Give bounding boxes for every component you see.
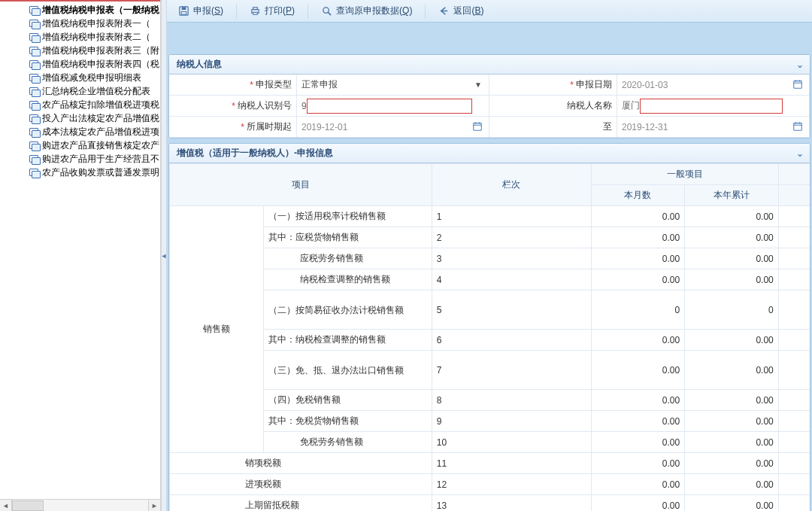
scroll-thumb[interactable]	[12, 500, 44, 511]
num-cell[interactable]: 0.00	[778, 227, 810, 248]
tree-item[interactable]: 增值税纳税申报表附表二（	[0, 30, 160, 44]
num-cell[interactable]: 0.00	[685, 330, 779, 351]
tree-item[interactable]: 购进农产品直接销售核定农产	[0, 138, 160, 152]
num-cell[interactable]: 0.00	[591, 206, 685, 227]
calendar-icon[interactable]	[472, 121, 484, 133]
scroll-track[interactable]	[12, 500, 148, 512]
tree-item[interactable]: 汇总纳税企业增值税分配表	[0, 84, 160, 98]
taxpayer-id-input[interactable]	[307, 99, 472, 114]
tree-item[interactable]: 农产品核定扣除增值税进项税	[0, 98, 160, 111]
vat-panel-head[interactable]: 增值税（适用于一般纳税人）-申报信息 ⌄	[169, 144, 810, 163]
num-cell[interactable]: 0.00	[685, 269, 779, 290]
num-cell[interactable]: 0	[685, 290, 779, 330]
declare-label: 申报(S)	[193, 5, 223, 17]
print-button[interactable]: 打印(P)	[243, 3, 301, 20]
type-combo[interactable]: 正常申报▼	[297, 75, 489, 96]
chevron-down-icon: ⌄	[796, 148, 804, 159]
num-cell[interactable]: 0.00	[685, 474, 779, 495]
num-cell[interactable]: 0.00	[685, 227, 779, 248]
num-cell[interactable]: --	[778, 432, 810, 453]
num-cell[interactable]: 0.00	[591, 495, 685, 512]
num-cell[interactable]: 0.00	[778, 474, 810, 495]
num-cell[interactable]: 0.00	[778, 269, 810, 290]
form-icon	[29, 154, 39, 163]
num-cell[interactable]: 0.00	[685, 206, 779, 227]
num-cell[interactable]: 0.00	[778, 330, 810, 351]
vat-panel-body: 项目 栏次 一般项目 即征即退项目 本月数 本年累计 本月数 本年累计	[169, 163, 810, 511]
num-cell[interactable]: 0.00	[778, 453, 810, 474]
date-field[interactable]: 2020-01-03	[617, 75, 810, 96]
tree-item-label: 增值税减免税申报明细表	[42, 71, 141, 84]
num-cell[interactable]: 0.00	[778, 495, 810, 512]
end-value: 2019-12-31	[622, 122, 668, 132]
tree-item[interactable]: 增值税减免税申报明细表	[0, 71, 160, 84]
tree-item[interactable]: 增值税纳税申报表附表四（税	[0, 57, 160, 71]
tree-item[interactable]: 购进农产品用于生产经营且不	[0, 152, 160, 166]
num-cell[interactable]: 0.00	[685, 495, 779, 512]
taxpayer-name-input[interactable]	[640, 99, 783, 114]
declare-button[interactable]: 申报(S)	[171, 3, 230, 20]
tree-item[interactable]: 增值税纳税申报表附表三（附	[0, 44, 160, 57]
save-icon	[178, 5, 189, 17]
toolbar-separator	[236, 4, 237, 19]
tree-item[interactable]: 增值税纳税申报表附表一（	[0, 17, 160, 30]
splitter[interactable]: ◄	[161, 0, 167, 511]
num-cell[interactable]: --	[778, 411, 810, 432]
sidebar-hscrollbar[interactable]: ◄ ►	[0, 499, 160, 511]
num-cell[interactable]: --	[778, 390, 810, 411]
num-cell[interactable]: 0.00	[685, 351, 779, 390]
num-cell[interactable]: 0.00	[591, 330, 685, 351]
num-cell[interactable]: 0.00	[685, 248, 779, 269]
num-cell[interactable]: 0.00	[685, 453, 779, 474]
svg-rect-9	[794, 81, 802, 88]
start-field[interactable]: 2019-12-01	[297, 117, 489, 138]
num-cell[interactable]: 0.00	[591, 390, 685, 411]
num-cell[interactable]: 0.00	[591, 411, 685, 432]
row-label: 免税劳务销售额	[263, 432, 432, 453]
table-row: 免税劳务销售额100.000.00----	[170, 432, 810, 453]
tree-item[interactable]: 增值税纳税申报表（一般纳税	[0, 3, 160, 17]
id-field-cell: 9	[297, 96, 489, 117]
num-cell[interactable]: 0.00	[591, 351, 685, 390]
row-label: 进项税额	[170, 474, 432, 495]
name-label: 纳税人名称	[489, 96, 617, 117]
row-label: 销项税额	[170, 453, 432, 474]
vat-panel-title: 增值税（适用于一般纳税人）-申报信息	[177, 147, 333, 160]
num-cell[interactable]: 0.00	[591, 432, 685, 453]
tree-item[interactable]: 农产品收购发票或普通发票明	[0, 166, 160, 179]
back-button[interactable]: 返回(B)	[432, 3, 490, 20]
num-cell[interactable]: 0.00	[778, 206, 810, 227]
end-field[interactable]: 2019-12-31	[617, 117, 810, 138]
calendar-icon[interactable]	[792, 121, 804, 133]
col-month-2: 本月数	[778, 185, 810, 206]
num-cell[interactable]: 0.00	[591, 227, 685, 248]
num-cell[interactable]: 0.00	[591, 269, 685, 290]
num-cell[interactable]: 0.00	[591, 248, 685, 269]
back-label: 返回(B)	[453, 5, 483, 17]
num-cell[interactable]: 0.00	[685, 432, 779, 453]
row-index: 8	[432, 390, 591, 411]
num-cell[interactable]: 0.00	[778, 290, 810, 330]
form-icon	[29, 46, 39, 55]
scroll-left-button[interactable]: ◄	[0, 500, 12, 512]
content-scroll[interactable]: 纳税人信息 ⌄ *申报类型 正常申报▼ *申报日期 2020-01-03	[167, 23, 812, 511]
taxpayer-panel-head[interactable]: 纳税人信息 ⌄	[169, 55, 810, 75]
scroll-right-button[interactable]: ►	[148, 500, 160, 512]
tree-item[interactable]: 成本法核定农产品增值税进项	[0, 125, 160, 138]
num-cell[interactable]: 0	[591, 290, 685, 330]
num-cell[interactable]: 0.00	[591, 453, 685, 474]
num-cell[interactable]: --	[778, 351, 810, 390]
num-cell[interactable]: 0.00	[591, 474, 685, 495]
num-cell[interactable]: 0.00	[778, 248, 810, 269]
tree-item[interactable]: 投入产出法核定农产品增值税	[0, 111, 160, 125]
query-button[interactable]: 查询原申报数据(Q)	[314, 3, 419, 20]
form-icon	[29, 141, 39, 150]
num-cell[interactable]: 0.00	[685, 411, 779, 432]
splitter-grip[interactable]: ◄	[162, 241, 166, 271]
sidebar: 增值税纳税申报表（一般纳税增值税纳税申报表附表一（增值税纳税申报表附表二（增值税…	[0, 0, 161, 511]
type-label: *申报类型	[169, 75, 297, 96]
calendar-icon[interactable]	[792, 79, 804, 91]
tree-item-label: 投入产出法核定农产品增值税	[42, 112, 159, 125]
table-row: 上期留抵税额130.000.000.000.0	[170, 495, 810, 512]
num-cell[interactable]: 0.00	[685, 390, 779, 411]
